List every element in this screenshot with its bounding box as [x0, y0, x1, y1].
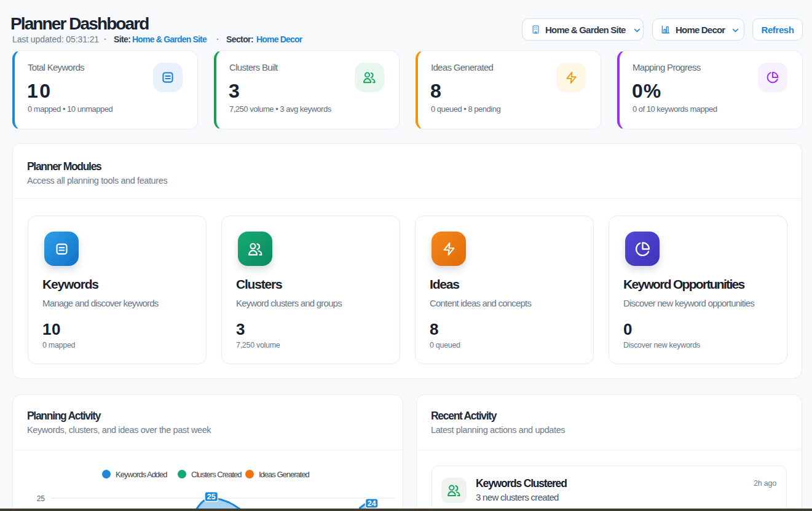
svg-text:25: 25 [37, 494, 45, 503]
svg-text:25: 25 [207, 493, 216, 501]
svg-text:24: 24 [368, 499, 376, 508]
